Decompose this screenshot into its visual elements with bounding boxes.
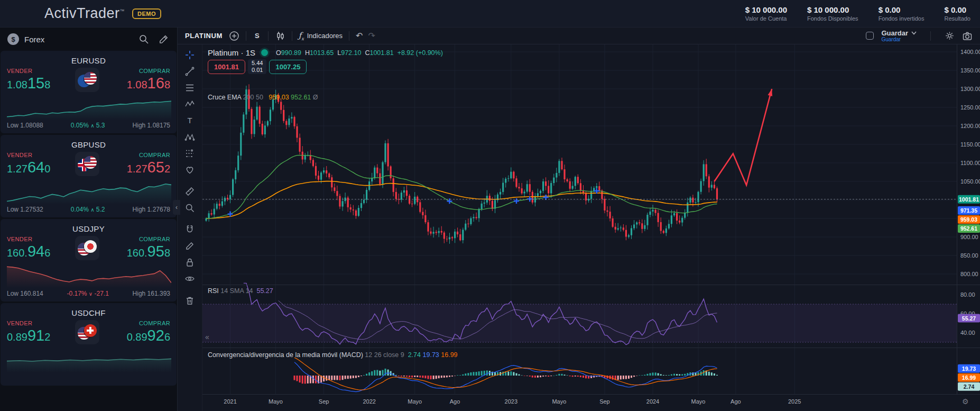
wave-tool[interactable] bbox=[182, 98, 197, 110]
edit-watchlist-icon[interactable] bbox=[159, 34, 169, 44]
collapse-sidebar-button[interactable]: ‹ bbox=[173, 200, 180, 215]
card-footer: Low 160.814 -0.17% ∨ -27.1 High 161.393 bbox=[7, 290, 170, 297]
watchlist-card-usdchf[interactable]: USDCHF VENDER 0.89912 COMPRAR 0.89926 bbox=[1, 303, 177, 386]
buy-price: 1.08168 bbox=[108, 75, 170, 92]
svg-text:2021: 2021 bbox=[224, 398, 236, 405]
chevron-down-icon bbox=[911, 31, 917, 35]
buy-button[interactable]: COMPRAR 1.08168 bbox=[108, 68, 170, 92]
high-value: High 1.27678 bbox=[133, 206, 170, 213]
svg-text:1100.00: 1100.00 bbox=[960, 160, 980, 166]
trade-price-boxes: 1001.81 5.440.01 1007.25 bbox=[208, 59, 307, 74]
select-chart-checkbox[interactable] bbox=[866, 32, 874, 40]
fib-retracement-tool[interactable] bbox=[182, 82, 197, 94]
svg-text:2.74: 2.74 bbox=[964, 383, 975, 390]
zoom-tool[interactable] bbox=[182, 202, 197, 214]
trendline-tool[interactable] bbox=[182, 66, 197, 77]
xabcd-pattern-tool[interactable] bbox=[182, 131, 197, 143]
svg-text:1350.00: 1350.00 bbox=[960, 67, 980, 74]
indicators-button[interactable]: ƒx Indicadores bbox=[299, 31, 343, 41]
svg-text:2022: 2022 bbox=[363, 398, 375, 405]
redo-button[interactable]: ↷ bbox=[368, 31, 375, 41]
logo-text: ActivTrader™ bbox=[44, 5, 125, 22]
demo-badge: DEMO bbox=[132, 8, 161, 19]
pair-flags-icon bbox=[75, 320, 99, 344]
svg-text:1400.00: 1400.00 bbox=[960, 49, 980, 55]
gear-icon bbox=[945, 31, 955, 41]
pair-flags-icon bbox=[75, 68, 99, 92]
trash-tool[interactable] bbox=[182, 295, 197, 306]
undo-button[interactable]: ↶ bbox=[356, 31, 363, 41]
svg-text:2023: 2023 bbox=[505, 398, 517, 405]
settings-button[interactable] bbox=[945, 31, 955, 41]
save-button[interactable]: Guardar Guardar bbox=[881, 29, 917, 42]
plus-circle-icon bbox=[229, 31, 239, 41]
account-stats: $ 10 000.00Valor de Cuenta $ 10 000.00Fo… bbox=[745, 5, 970, 22]
sell-price-box[interactable]: 1001.81 bbox=[208, 60, 245, 74]
emoji-heart-tool[interactable] bbox=[182, 164, 197, 176]
lock-tool[interactable] bbox=[182, 257, 197, 268]
forecast-tool[interactable] bbox=[182, 148, 197, 159]
svg-text:40.00: 40.00 bbox=[960, 330, 975, 336]
screenshot-button[interactable] bbox=[962, 31, 973, 41]
chart-toolbar: PLATINUM S ƒx Indicadores ↶ ↷ Guardar Gu… bbox=[177, 28, 980, 44]
stat-account-value: $ 10 000.00Valor de Cuenta bbox=[745, 5, 787, 22]
drawing-tools-panel: T bbox=[177, 44, 202, 411]
svg-text:80.00: 80.00 bbox=[960, 291, 975, 298]
sell-button[interactable]: VENDER 1.27640 bbox=[7, 152, 69, 176]
chart-canvas[interactable]: 1400.001350.001300.001250.001200.001150.… bbox=[202, 44, 980, 411]
buy-price: 160.958 bbox=[108, 243, 170, 260]
watchlist-header: $ Forex bbox=[0, 28, 177, 51]
buy-price: 1.27652 bbox=[108, 159, 170, 176]
svg-text:850.00: 850.00 bbox=[960, 252, 978, 259]
chart-type-button[interactable] bbox=[275, 31, 285, 41]
svg-text:1150.00: 1150.00 bbox=[960, 141, 980, 148]
pair-flags-icon bbox=[75, 152, 99, 176]
svg-text:900.00: 900.00 bbox=[960, 234, 978, 240]
sell-price: 1.27640 bbox=[7, 159, 69, 176]
add-symbol-button[interactable] bbox=[229, 31, 239, 41]
app-logo: ActivTrader™ DEMO bbox=[44, 5, 161, 22]
symbol-selector[interactable]: PLATINUM bbox=[185, 32, 223, 40]
svg-text:1200.00: 1200.00 bbox=[960, 123, 980, 129]
svg-text:Mayo: Mayo bbox=[408, 398, 422, 405]
candlestick-icon bbox=[275, 31, 285, 41]
sell-button[interactable]: VENDER 160.946 bbox=[7, 236, 69, 260]
buy-price-box[interactable]: 1007.25 bbox=[269, 60, 307, 74]
ruler-tool[interactable] bbox=[182, 186, 197, 197]
search-icon[interactable] bbox=[138, 34, 149, 44]
buy-price: 0.89926 bbox=[108, 327, 170, 344]
svg-text:971.35: 971.35 bbox=[960, 207, 977, 214]
sell-price: 1.08158 bbox=[7, 75, 69, 92]
buy-button[interactable]: COMPRAR 160.958 bbox=[108, 236, 170, 260]
sell-button[interactable]: VENDER 0.89912 bbox=[7, 320, 69, 344]
high-value: High 161.393 bbox=[133, 290, 170, 297]
sell-button[interactable]: VENDER 1.08158 bbox=[7, 68, 69, 92]
svg-text:1050.00: 1050.00 bbox=[960, 178, 980, 185]
eye-tool[interactable] bbox=[182, 273, 197, 285]
stat-result: $ 0.00Resultado bbox=[944, 5, 970, 22]
magnet-tool[interactable] bbox=[182, 224, 197, 235]
change-value: -0.17% ∨ -27.1 bbox=[43, 290, 133, 297]
svg-text:Sep: Sep bbox=[319, 398, 329, 405]
svg-text:1250.00: 1250.00 bbox=[960, 104, 980, 111]
buy-button[interactable]: COMPRAR 1.27652 bbox=[108, 152, 170, 176]
crosshair-tool[interactable] bbox=[182, 49, 197, 61]
text-tool[interactable]: T bbox=[182, 115, 197, 126]
buy-button[interactable]: COMPRAR 0.89926 bbox=[108, 320, 170, 344]
svg-text:800.00: 800.00 bbox=[960, 271, 978, 277]
camera-icon bbox=[962, 31, 973, 41]
watchlist-card-gbpusd[interactable]: GBPUSD VENDER 1.27640 COMPRAR 1.27652 Lo… bbox=[1, 135, 177, 217]
watchlist-panel: $ Forex EURUSD VENDER 1.08158 COMPRAR 1.… bbox=[0, 28, 177, 411]
timeframe-selector[interactable]: S bbox=[253, 32, 262, 40]
watchlist-card-usdjpy[interactable]: USDJPY VENDER 160.946 COMPRAR 160.958 Lo… bbox=[1, 219, 177, 302]
stat-available-funds: $ 10 000.00Fondos Disponibles bbox=[807, 5, 858, 22]
symbol-name: GBPUSD bbox=[7, 140, 170, 149]
svg-text:19.73: 19.73 bbox=[962, 366, 976, 372]
svg-text:1001.81: 1001.81 bbox=[959, 196, 979, 203]
pair-flags-icon bbox=[75, 236, 99, 260]
s parkline bbox=[7, 347, 171, 372]
svg-text:Ago: Ago bbox=[450, 398, 460, 405]
watchlist-card-eurusd[interactable]: EURUSD VENDER 1.08158 COMPRAR 1.08168 Lo… bbox=[1, 51, 177, 133]
symbol-name: USDCHF bbox=[7, 308, 170, 317]
brush-tool[interactable] bbox=[182, 240, 197, 252]
